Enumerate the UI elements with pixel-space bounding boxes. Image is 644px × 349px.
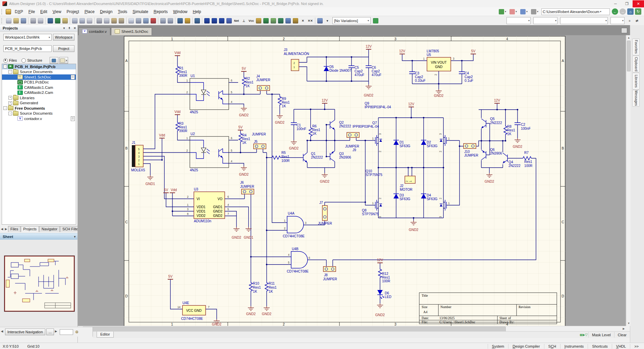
sheet-preview-thumbnail[interactable] xyxy=(4,256,74,311)
mask-level-button[interactable]: Mask Level xyxy=(588,332,614,338)
pencil-dropdown[interactable]: ▾ xyxy=(324,17,331,24)
nav-next-icon[interactable]: ▶ xyxy=(54,330,58,334)
status-item-design-compiler[interactable]: Design Compiler xyxy=(508,344,544,349)
folder-view-icon[interactable] xyxy=(61,17,69,24)
tree-item-generated[interactable]: +Generated xyxy=(2,101,76,106)
place-harness-connector-icon[interactable] xyxy=(225,17,233,24)
place-c-code-icon[interactable] xyxy=(277,17,284,24)
home-button[interactable]: ⌂ xyxy=(627,8,634,15)
status-item-sch[interactable]: SCH xyxy=(544,344,560,349)
annotate-icon[interactable] xyxy=(184,17,191,24)
panel-tab-navigator[interactable]: Navigator xyxy=(39,226,60,232)
clear-selection-icon[interactable] xyxy=(142,17,150,24)
document-tab-contador-v[interactable]: Vcontador.v xyxy=(78,27,110,35)
menu-help[interactable]: Help xyxy=(190,8,204,15)
structure-radio-label[interactable]: Structure xyxy=(27,58,42,62)
grid-tool-icon[interactable]: ▾ xyxy=(530,8,539,15)
panel-tab-files[interactable]: Files xyxy=(8,226,20,232)
chip-view-button[interactable] xyxy=(50,57,58,64)
close-button[interactable]: ✕ xyxy=(633,0,644,7)
horizontal-scrollbar[interactable]: ◀ ▶ xyxy=(78,326,626,332)
project-field[interactable]: PCB_H_Bridge.PrjPcb xyxy=(3,45,52,52)
pencil-icon[interactable] xyxy=(316,17,324,24)
place-sheet-symbol-icon[interactable] xyxy=(262,17,270,24)
menu-simulate[interactable]: Simulate xyxy=(130,8,151,15)
place-wire-icon[interactable] xyxy=(203,17,211,24)
browse-library-icon[interactable] xyxy=(194,17,201,24)
menu-dxp[interactable]: DXP xyxy=(12,8,26,15)
menu-tools[interactable]: Tools xyxy=(115,8,130,15)
place-part-icon[interactable] xyxy=(255,17,262,24)
place-signal-harness-icon[interactable] xyxy=(218,17,225,24)
right-tab-messages[interactable]: Messages xyxy=(632,90,640,107)
interactive-navigation-button[interactable]: Interactive Navigation xyxy=(5,329,45,335)
status-item--[interactable]: >> xyxy=(630,344,643,349)
move-icon[interactable] xyxy=(135,17,142,24)
panel-tabs-scroll-left-icon[interactable]: ◀ xyxy=(0,227,4,232)
back-button[interactable]: ← xyxy=(612,8,618,15)
toolbar-right-combo[interactable]: ▾ xyxy=(610,17,625,24)
panel-pin-icon[interactable]: 🖈 xyxy=(67,26,72,30)
menu-window[interactable]: Window xyxy=(170,8,190,15)
menu-view[interactable]: View xyxy=(50,8,64,15)
line-style-icon[interactable]: ≡ xyxy=(626,17,633,24)
power-port-tool-icon[interactable]: ▾ xyxy=(519,8,529,15)
place-net-label-icon[interactable]: Net xyxy=(233,17,240,24)
compile-mask-icon[interactable]: ✕✕ xyxy=(307,17,314,24)
expand-icon[interactable]: - xyxy=(8,112,12,115)
open-icon[interactable] xyxy=(12,17,20,24)
menu-file[interactable]: File xyxy=(26,8,38,15)
menu-project[interactable]: Project xyxy=(64,8,82,15)
toolbar-grip[interactable] xyxy=(1,18,4,23)
copy-icon[interactable] xyxy=(103,17,110,24)
place-vcc-icon[interactable]: Vcc xyxy=(248,17,255,24)
cross-probe-icon[interactable] xyxy=(176,17,184,24)
structure-radio[interactable] xyxy=(21,58,26,63)
expand-icon[interactable]: - xyxy=(3,65,7,68)
document-options-button[interactable]: ▾ xyxy=(59,57,68,64)
place-bus-icon[interactable] xyxy=(211,17,218,24)
menu-design[interactable]: Design xyxy=(97,8,115,15)
editor-tab[interactable]: Editor xyxy=(97,332,114,338)
menubar-grip[interactable] xyxy=(1,9,4,14)
paste-array-icon[interactable] xyxy=(118,17,125,24)
print-preview-icon[interactable] xyxy=(37,17,44,24)
panel-tab-sch-filter[interactable]: SCH Filter xyxy=(60,226,77,232)
tree-item-camtastic1-cam[interactable]: CAMtastic1.Cam xyxy=(2,85,76,90)
status-item-system[interactable]: System xyxy=(488,344,508,349)
tree-item-source-documents[interactable]: -Source Documents xyxy=(2,111,76,116)
expand-icon[interactable]: + xyxy=(8,101,12,105)
expand-icon[interactable]: + xyxy=(8,96,12,100)
document-list-icon[interactable] xyxy=(621,28,627,33)
filter-icon[interactable] xyxy=(150,17,157,24)
tree-item-sheet1-schdoc[interactable]: Sheet1.SchDoc xyxy=(2,74,76,80)
magnifier-icon[interactable]: ⊕ xyxy=(75,330,78,334)
maximize-button[interactable]: ❐ xyxy=(621,0,633,7)
expand-icon[interactable]: - xyxy=(8,70,12,74)
print-icon[interactable] xyxy=(30,17,37,24)
vertical-scrollbar[interactable]: ▲ ▼ xyxy=(626,35,631,326)
redo-icon[interactable] xyxy=(167,17,174,24)
toolbar-right-combo[interactable]: ▾ xyxy=(560,17,608,24)
tree-item-free-documents[interactable]: -Free Documents xyxy=(2,106,76,111)
address-bar[interactable]: C:\Users\Robert Alexander\Docum▾ xyxy=(541,8,610,15)
status-item-instruments[interactable]: Instruments xyxy=(560,344,588,349)
scroll-right-icon[interactable]: ▶ xyxy=(622,327,626,331)
variations-combo[interactable]: [No Variations]▾ xyxy=(332,17,371,24)
workspace-button[interactable]: Workspace xyxy=(53,34,74,41)
toolbar-right-combo[interactable]: ▾ xyxy=(533,17,557,24)
toolbar-right-combo[interactable]: ▾ xyxy=(506,17,531,24)
right-tab-libraries[interactable]: Libraries xyxy=(632,73,640,90)
expand-icon[interactable]: - xyxy=(3,106,7,110)
undo-icon[interactable] xyxy=(159,17,167,24)
swap-icon[interactable]: ⇄ xyxy=(633,17,641,24)
panel-tab-projects[interactable]: Projects xyxy=(21,226,39,232)
tree-item-camtastic2-cam[interactable]: CAMtastic2.Cam xyxy=(2,90,76,96)
select-area-icon[interactable] xyxy=(127,17,135,24)
clear-button[interactable]: Clear xyxy=(614,332,630,338)
status-item-vhdl[interactable]: VHDL xyxy=(612,344,630,349)
place-gnd-icon[interactable]: ⊥ xyxy=(240,17,248,24)
right-tab-clipboard[interactable]: Clipboard xyxy=(632,56,640,72)
status-item-shortcuts[interactable]: Shortcuts xyxy=(588,344,611,349)
place-device-sheet-icon[interactable] xyxy=(292,17,299,24)
